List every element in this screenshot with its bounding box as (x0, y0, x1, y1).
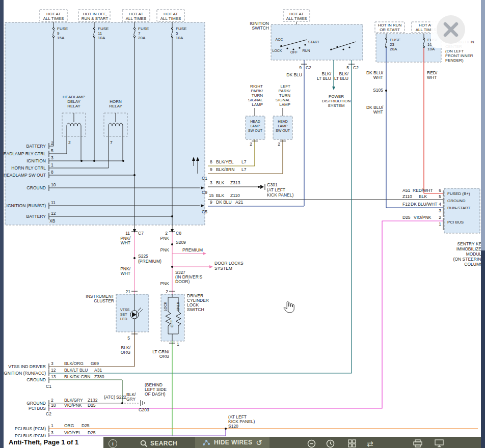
wire-code: Z132 (88, 398, 98, 403)
hide-wires-button[interactable]: HIDE WIRES ↺ (195, 437, 270, 448)
feed-label: RUN & START (82, 16, 109, 21)
wire-label: GRY (126, 397, 136, 402)
wire-label: BLK (419, 194, 427, 199)
conn-row-label: VTSS IND DRIVER (8, 364, 46, 369)
grid-button[interactable] (348, 438, 356, 448)
headlamp-sw-box: LAMP (250, 124, 260, 128)
fuse-label: FUSE (98, 26, 109, 31)
wire-vio-pnk (49, 221, 443, 408)
lamp-label: LEFT (280, 84, 290, 89)
wire-label: PNK (160, 281, 170, 286)
pin-number: 3 (51, 155, 53, 160)
zoom-out-icon (307, 439, 316, 448)
fuse-label: 20A (390, 47, 397, 51)
headlamp-sw-box: SW OUT (276, 129, 290, 132)
wire-label: BLK/LT BLU (64, 368, 88, 373)
conn-row-label: IGNITION (RUN/ST) (7, 203, 46, 208)
feed-label: HOT AT (164, 12, 178, 16)
pin-number: 1 (51, 162, 53, 167)
wire-code: A21 (235, 200, 243, 205)
splice-note: (PREMIUM) (138, 259, 161, 264)
print-button[interactable] (413, 438, 422, 448)
fuse-label: FUSE (57, 26, 68, 31)
pds-label: POWER (329, 94, 344, 99)
zoom-button[interactable] (307, 438, 316, 448)
feed-label: ALL TIMES (126, 16, 146, 21)
window-left-edge (0, 0, 4, 448)
pin-number: 5 (127, 335, 130, 341)
location-note: OF DASH) (145, 391, 166, 397)
pin-number: 5 (439, 194, 441, 199)
wire-label: WHT (373, 109, 383, 115)
grid-icon (348, 439, 356, 447)
app-window: HOT AT ALL TIMES HOT IN OFF, RUN & START… (0, 0, 485, 448)
headlamp-sw-box: SW OUT (248, 129, 263, 132)
lamp-label: SIGNAL (248, 98, 263, 102)
clock-icon (326, 439, 335, 448)
swap-icon: ⇄ (367, 440, 373, 447)
wire-label: VIO/YEL (64, 430, 81, 435)
conn-row-label: HEADLAMP RLY CTRL (1, 151, 46, 156)
wire-label: VIO/PNK (64, 403, 82, 408)
module-pin-function: FUSED (B+) (447, 191, 470, 196)
relay-label: RELAY (67, 104, 80, 108)
connector-label: C9 (202, 190, 207, 195)
headlamp-sw-box: LAMP (278, 124, 287, 128)
lamp-label: SIGNAL (276, 98, 291, 102)
switch-position: RUN (302, 49, 310, 52)
cursor-hand-icon (284, 301, 294, 313)
wire-label: BLK/GRY (64, 398, 83, 403)
info-button[interactable]: i (109, 438, 117, 448)
wiring-diagram: HOT AT ALL TIMES HOT IN OFF, RUN & START… (0, 0, 485, 437)
history-button[interactable] (326, 438, 335, 448)
feed-label: HOT AT (289, 12, 304, 16)
fuse-label: FUSE (176, 26, 186, 31)
display-button[interactable] (435, 438, 444, 448)
ground-label: (AT LEFT (267, 187, 285, 192)
module-pin-function: PCI BUS (447, 220, 464, 225)
wire-label: ORG (159, 354, 169, 359)
wire-code: Z380 (94, 374, 104, 379)
wire-label: BLK/DK GRN (64, 374, 91, 379)
pdc-label: FRONT INNER (445, 53, 473, 58)
relay-label: RELAY (109, 104, 122, 108)
switch-position: START (308, 40, 320, 44)
fuse-label: 7 (138, 31, 141, 36)
close-button[interactable] (431, 11, 471, 48)
splice-label: S222 (116, 395, 126, 400)
wire-label: LT BLU (317, 76, 331, 81)
wire-code: D25 (88, 403, 96, 408)
wire-code: A51 (402, 188, 410, 193)
wire-code: Z110 (230, 193, 240, 198)
search-button[interactable]: SEARCH (140, 438, 177, 448)
feed-label: HOT AT (46, 12, 61, 16)
conn-row-label: PCI BUS (29, 406, 46, 411)
pin-number: 2 (278, 142, 280, 147)
module-name: (ON STEERING (453, 257, 484, 262)
wire-label: WHT (121, 271, 130, 276)
module-name: IMMOBILIZER (456, 246, 484, 251)
scrollbar-thumb[interactable] (481, 0, 485, 250)
feed-label: ALL TIMES (286, 16, 307, 21)
pin-number: 1 (51, 423, 53, 428)
fuse-label: 10A (176, 36, 183, 40)
system-link-label: PREMIUM (182, 247, 203, 253)
monitor-icon (435, 439, 444, 447)
search-label: SEARCH (150, 440, 177, 447)
lamp-label: PARK/ (251, 89, 263, 93)
pin-number: 5 (51, 148, 53, 153)
conn-row-label: GROUND (26, 401, 46, 406)
page-indicator: Anti-Theft, Page 1 of 1 (4, 437, 103, 448)
pin-number: 9 (210, 167, 212, 172)
swap-button[interactable]: ⇄ (367, 438, 373, 448)
conn-row-label: IGNITION (26, 158, 46, 163)
pin-number: 12 (51, 368, 56, 373)
lamp-label: LAMP (252, 102, 263, 107)
wires-icon (202, 438, 210, 446)
pin-number: 8 (210, 159, 212, 164)
lock-switch-label: SWITCH (187, 307, 204, 312)
fuse-label: 20A (138, 36, 146, 40)
wire-code: L7 (241, 159, 247, 164)
wire-label: VIO/PNK (414, 215, 432, 220)
pin-number: 2 (165, 231, 168, 236)
